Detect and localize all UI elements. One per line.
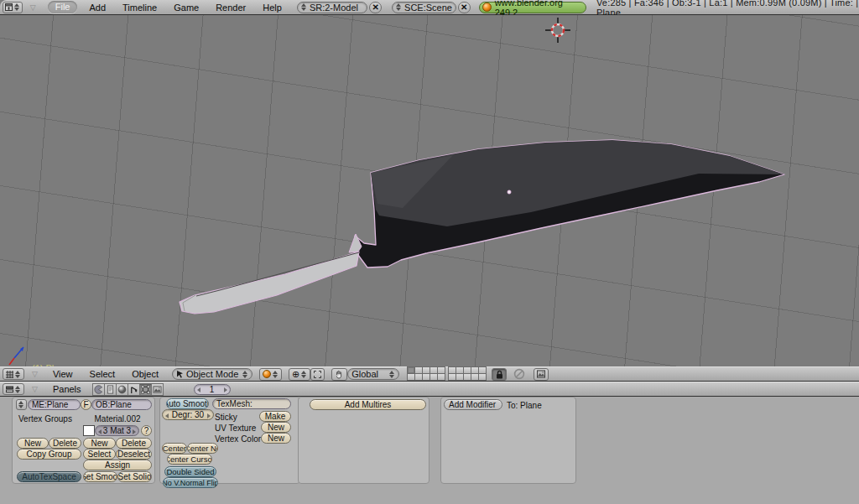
- center-new-button[interactable]: Center Ne: [187, 443, 218, 454]
- assign-button[interactable]: Assign: [83, 460, 152, 470]
- draw-type-dropdown[interactable]: [259, 368, 282, 381]
- manipulator-toggle[interactable]: [310, 368, 325, 381]
- panel-mesh[interactable]: Auto Smooth Degr: 30 TexMesh: Sticky Mak…: [159, 397, 300, 484]
- browse-screens-icon: [301, 3, 307, 11]
- material-help-button[interactable]: ?: [141, 425, 152, 436]
- orientation-dropdown[interactable]: Global: [347, 368, 399, 380]
- vgroup-new-button[interactable]: New: [17, 438, 49, 449]
- collapse-menu-icon[interactable]: ▽: [30, 3, 36, 12]
- delete-screen-button[interactable]: ✕: [369, 2, 382, 13]
- set-smooth-button[interactable]: Set Smoot: [83, 471, 117, 482]
- menu-select[interactable]: Select: [90, 369, 116, 379]
- menu-help[interactable]: Help: [263, 3, 282, 13]
- add-modifier-dropdown[interactable]: Add Modifier: [444, 399, 502, 410]
- center-button[interactable]: Center: [162, 443, 187, 454]
- window-type-button[interactable]: [3, 383, 24, 395]
- layer-buttons-group-1[interactable]: [408, 367, 445, 381]
- layer-buttons-group-2[interactable]: [449, 367, 487, 381]
- autotexspace-toggle[interactable]: AutoTexSpace: [17, 471, 81, 482]
- degr-field[interactable]: Degr: 30: [162, 409, 214, 420]
- auto-smooth-label: Auto Smooth: [166, 399, 209, 408]
- panel-multires[interactable]: Add Multires: [298, 397, 430, 484]
- panel-modifiers[interactable]: Add Modifier To: Plane: [440, 397, 576, 484]
- buttons-window[interactable]: ME:Plane F OB:Plane Vertex Groups Materi…: [0, 397, 859, 504]
- logic-context-button[interactable]: [92, 383, 105, 396]
- select-button[interactable]: Select: [83, 449, 116, 460]
- copy-group-label: Copy Group: [27, 449, 72, 459]
- panel-link-and-materials[interactable]: ME:Plane F OB:Plane Vertex Groups Materi…: [12, 397, 155, 484]
- screen-selector[interactable]: SR:2-Model: [297, 2, 367, 13]
- pivot-dropdown[interactable]: ⊕: [289, 368, 310, 381]
- solid-drawtype-icon: [263, 370, 271, 378]
- scene-selector[interactable]: SCE:Scene: [392, 2, 456, 13]
- object-center-dot: [508, 190, 511, 194]
- material-index-field[interactable]: 3 Mat 3: [95, 425, 139, 436]
- set-solid-button[interactable]: Set Solid: [117, 471, 152, 482]
- context-buttons: [93, 383, 164, 396]
- render-preview-button[interactable]: [534, 368, 549, 381]
- blender-logo-icon: [482, 3, 492, 12]
- script-context-button[interactable]: [104, 383, 117, 396]
- collapse-menu-icon[interactable]: ▽: [32, 370, 38, 378]
- browse-mesh-button[interactable]: [16, 399, 27, 410]
- copy-group-button[interactable]: Copy Group: [17, 449, 81, 460]
- fake-user-button[interactable]: F: [81, 399, 91, 410]
- editing-icon: [141, 385, 150, 394]
- window-type-button[interactable]: [3, 2, 23, 13]
- layer-15[interactable]: [437, 373, 445, 381]
- mode-dropdown[interactable]: Object Mode: [172, 368, 252, 380]
- scene-context-button[interactable]: [151, 383, 164, 396]
- layer-20[interactable]: [478, 373, 487, 381]
- panels-menu[interactable]: Panels: [53, 384, 81, 394]
- sword-guard-spike[interactable]: [349, 234, 362, 252]
- lock-layers-toggle[interactable]: [492, 368, 507, 381]
- editing-context-button[interactable]: [139, 383, 152, 396]
- logic-icon: [94, 385, 103, 394]
- menu-file[interactable]: File: [48, 1, 78, 13]
- viewport-3d[interactable]: (1) Plane: [0, 15, 859, 366]
- frame-number-field[interactable]: 1: [194, 384, 231, 395]
- screen-name: SR:2-Model: [310, 3, 358, 13]
- center-cursor-button[interactable]: Center Cursor: [167, 454, 212, 465]
- object-name-field[interactable]: OB:Plane: [91, 399, 152, 410]
- material-new-button[interactable]: New: [83, 438, 116, 449]
- vgroup-delete-button[interactable]: Delete: [49, 438, 81, 449]
- deselect-button[interactable]: Deselect: [116, 449, 152, 460]
- render-occlusion-icon[interactable]: [513, 368, 525, 380]
- frame-value: 1: [210, 385, 215, 394]
- menu-object[interactable]: Object: [132, 369, 159, 379]
- sword-handle[interactable]: [180, 252, 359, 314]
- close-icon: ✕: [461, 3, 467, 12]
- collapse-menu-icon[interactable]: ▽: [32, 385, 38, 393]
- auto-smooth-toggle[interactable]: Auto Smooth: [166, 398, 209, 409]
- manipulator-hand-toggle[interactable]: [331, 368, 347, 381]
- uv-texture-label: UV Texture: [215, 423, 256, 433]
- menu-game[interactable]: Game: [174, 3, 199, 13]
- menu-view[interactable]: View: [53, 369, 73, 379]
- object-context-button[interactable]: [128, 383, 140, 396]
- sword-model[interactable]: [0, 15, 859, 366]
- menu-render[interactable]: Render: [216, 3, 246, 13]
- no-vnormal-flip-toggle[interactable]: No V.Normal Flip: [163, 477, 218, 488]
- vertex-color-new-button[interactable]: New: [261, 433, 291, 444]
- delete-scene-button[interactable]: ✕: [458, 2, 471, 13]
- center-new-label: Center Ne: [187, 444, 218, 453]
- shading-context-button[interactable]: [116, 383, 128, 396]
- sticky-make-button[interactable]: Make: [259, 411, 291, 422]
- view3d-header: ▽ View Select Object Object Mode ⊕ Globa…: [0, 366, 859, 382]
- uv-texture-new-button[interactable]: New: [261, 422, 291, 433]
- mesh-name-field[interactable]: ME:Plane: [28, 399, 81, 410]
- menu-timeline[interactable]: Timeline: [122, 3, 157, 13]
- double-sided-toggle[interactable]: Double Sided: [164, 466, 216, 477]
- blender-version-button[interactable]: www.blender.org 249.2: [479, 2, 586, 13]
- texmesh-label: TexMesh:: [216, 399, 252, 408]
- texmesh-field[interactable]: TexMesh:: [212, 398, 291, 409]
- material-color-swatch[interactable]: [83, 425, 95, 436]
- add-multires-button[interactable]: Add Multires: [310, 399, 426, 410]
- menu-add[interactable]: Add: [89, 3, 106, 13]
- vgroup-delete-label: Delete: [53, 439, 77, 448]
- window-type-button[interactable]: [3, 368, 24, 380]
- material-delete-button[interactable]: Delete: [116, 438, 152, 449]
- fake-user-label: F: [83, 400, 88, 409]
- cursor-3d[interactable]: [545, 18, 570, 43]
